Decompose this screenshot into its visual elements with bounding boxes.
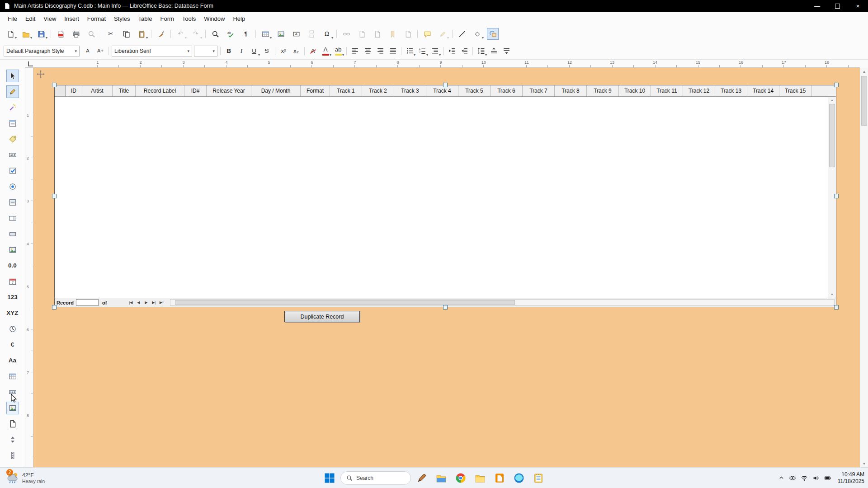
column-header[interactable]: Release Year — [207, 85, 251, 96]
insert-endnote-button[interactable] — [371, 28, 383, 40]
cut-button[interactable]: ✂ — [105, 28, 117, 40]
superscript-button[interactable]: x² — [278, 45, 289, 57]
design-mode-toggle[interactable] — [6, 85, 19, 98]
form-control-wizards-toggle[interactable] — [6, 101, 19, 114]
insert-cross-reference-button[interactable] — [402, 28, 414, 40]
insert-line-button[interactable] — [456, 28, 468, 40]
menu-view[interactable]: View — [39, 14, 60, 24]
numerical-field-control[interactable]: 123 — [6, 291, 19, 304]
column-header[interactable]: Track 8 — [555, 85, 587, 96]
check-box-control[interactable] — [6, 164, 19, 177]
column-header[interactable]: Track 6 — [491, 85, 523, 96]
column-header[interactable]: ID# — [184, 85, 207, 96]
table-horizontal-scrollbar[interactable] — [170, 299, 835, 306]
print-preview-button[interactable] — [85, 28, 97, 40]
minimize-button[interactable]: — — [807, 0, 827, 12]
menu-styles[interactable]: Styles — [110, 14, 134, 24]
column-header[interactable]: Artist — [82, 85, 113, 96]
insert-table-button[interactable] — [259, 28, 271, 40]
scrollbar-thumb[interactable] — [861, 76, 867, 126]
insert-special-character-button[interactable]: Ω — [321, 28, 333, 40]
column-header[interactable]: Track 4 — [426, 85, 458, 96]
paste-button[interactable] — [136, 28, 147, 40]
file-selection-control[interactable] — [6, 418, 19, 430]
paragraph-space-decrease-button[interactable] — [501, 45, 512, 57]
table-control-button[interactable] — [6, 370, 19, 383]
group-box-control[interactable]: Aa — [6, 354, 19, 367]
highlight-color-button[interactable]: ab — [333, 45, 344, 57]
label-field-control[interactable] — [6, 133, 19, 145]
selection-handle[interactable] — [52, 194, 57, 198]
column-header[interactable]: Track 12 — [683, 85, 715, 96]
chrome-icon[interactable] — [452, 469, 469, 487]
currency-field-control[interactable]: € — [6, 338, 19, 351]
scrollbar-thumb[interactable] — [175, 300, 515, 305]
undo-button[interactable]: ↶ — [175, 28, 186, 40]
line-spacing-button[interactable] — [476, 45, 486, 57]
horizontal-ruler[interactable]: 123456789101112131415161718 — [25, 60, 860, 68]
menu-format[interactable]: Format — [83, 14, 110, 24]
column-header[interactable]: Track 10 — [619, 85, 651, 96]
duplicate-record-button[interactable]: Duplicate Record — [284, 311, 360, 322]
bold-button[interactable]: B — [223, 45, 234, 57]
column-header[interactable]: Track 2 — [362, 85, 394, 96]
table-body[interactable] — [55, 97, 828, 298]
notepad-icon[interactable] — [530, 469, 547, 487]
insert-page-break-button[interactable] — [306, 28, 317, 40]
column-header[interactable]: Format — [301, 85, 330, 96]
insert-text-box-button[interactable] — [290, 28, 302, 40]
font-name-combobox[interactable]: Liberation Serif — [112, 46, 192, 56]
subscript-button[interactable]: x₂ — [291, 45, 302, 57]
hidden-icons-chevron[interactable] — [778, 475, 784, 481]
align-justify-button[interactable] — [387, 45, 398, 57]
scroll-down-arrow[interactable] — [860, 460, 868, 467]
paragraph-style-combobox[interactable]: Default Paragraph Style — [4, 46, 80, 56]
column-header[interactable]: Track 7 — [523, 85, 555, 96]
close-button[interactable]: × — [848, 0, 868, 12]
menu-insert[interactable]: Insert — [60, 14, 83, 24]
list-box-control[interactable] — [6, 196, 19, 209]
vertical-ruler[interactable]: 12345678 — [25, 68, 33, 467]
find-replace-button[interactable] — [209, 28, 221, 40]
open-button[interactable] — [20, 28, 32, 40]
save-button[interactable] — [35, 28, 47, 40]
column-header[interactable]: Track 3 — [394, 85, 426, 96]
new-style-button[interactable]: A+ — [95, 45, 106, 57]
previous-record-button[interactable]: ◀ — [135, 299, 142, 306]
window-vertical-scrollbar[interactable] — [860, 68, 868, 467]
menu-tools[interactable]: Tools — [178, 14, 200, 24]
column-header[interactable]: Track 14 — [747, 85, 779, 96]
italic-button[interactable]: I — [236, 45, 247, 57]
clock[interactable]: 10:49 AM 11/18/2025 — [838, 471, 864, 485]
scrollbar-control[interactable] — [6, 449, 19, 462]
align-center-button[interactable] — [362, 45, 373, 57]
column-header[interactable]: Track 11 — [651, 85, 683, 96]
selection-handle[interactable] — [834, 194, 839, 198]
menu-help[interactable]: Help — [229, 14, 249, 24]
maximize-button[interactable] — [827, 0, 848, 12]
menu-edit[interactable]: Edit — [21, 14, 39, 24]
push-button-control[interactable] — [6, 228, 19, 240]
search-box[interactable]: Search — [340, 471, 411, 485]
menu-window[interactable]: Window — [200, 14, 229, 24]
new-record-button[interactable]: ▶* — [158, 299, 165, 306]
selection-handle[interactable] — [443, 305, 448, 310]
unordered-list-button[interactable] — [404, 45, 415, 57]
formatting-marks-button[interactable]: ¶ — [240, 28, 252, 40]
clone-formatting-button[interactable] — [155, 28, 167, 40]
column-header[interactable]: Track 13 — [715, 85, 747, 96]
show-draw-functions-button[interactable] — [487, 28, 499, 40]
time-field-control[interactable] — [6, 323, 19, 335]
spelling-button[interactable] — [225, 28, 236, 40]
export-pdf-button[interactable] — [55, 28, 66, 40]
battery-icon[interactable] — [824, 474, 831, 482]
pen-app-icon[interactable] — [413, 469, 430, 487]
column-header[interactable]: Track 15 — [779, 85, 811, 96]
image-button-control[interactable] — [6, 244, 19, 256]
formatted-field-control[interactable]: 0.0 — [6, 259, 19, 272]
selection-handle[interactable] — [52, 305, 57, 310]
menu-file[interactable]: File — [4, 14, 21, 24]
insert-footnote-button[interactable] — [356, 28, 368, 40]
start-button[interactable] — [321, 469, 338, 487]
combo-box-control[interactable] — [6, 212, 19, 225]
